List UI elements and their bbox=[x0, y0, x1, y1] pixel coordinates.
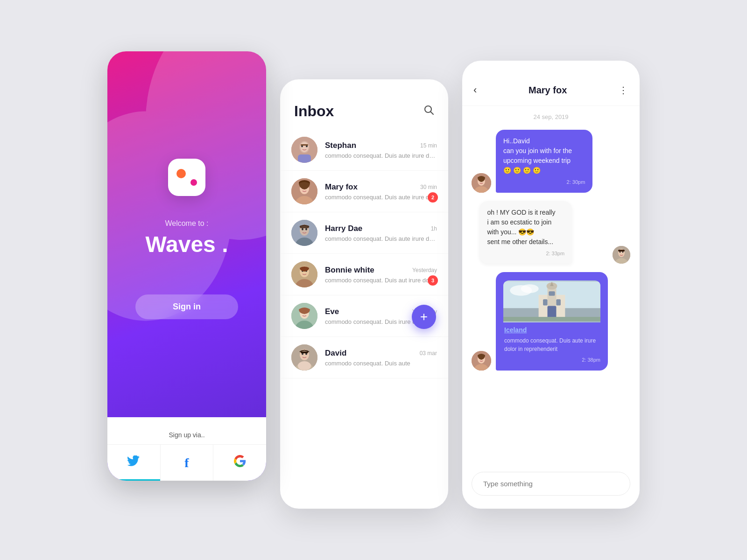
facebook-icon: f bbox=[184, 455, 189, 470]
inbox-preview-bonnie: commodo consequat. Duis aut irure dolor … bbox=[325, 277, 437, 284]
inbox-time-maryfox: 30 min bbox=[420, 184, 437, 190]
svg-point-21 bbox=[305, 228, 307, 231]
inbox-time-david: 03 mar bbox=[420, 350, 437, 357]
link-card-iceland: Iceland commodo consequat. Duis aute iru… bbox=[503, 280, 600, 353]
google-icon bbox=[234, 455, 246, 470]
link-image-iceland bbox=[503, 280, 600, 322]
inbox-item-harry[interactable]: Harry Dae 1h commodo consequat. Duis aut… bbox=[280, 212, 448, 254]
inbox-title: Inbox bbox=[294, 103, 334, 120]
inbox-preview-david: commodo consequat. Duis aute bbox=[325, 360, 437, 367]
inbox-name-david: David bbox=[325, 349, 346, 358]
avatar-stephan bbox=[291, 137, 317, 163]
msg-time-3: 2: 38pm bbox=[503, 356, 600, 364]
inbox-name-stephan: Stephan bbox=[325, 141, 356, 150]
svg-rect-38 bbox=[301, 351, 308, 353]
inbox-time-harry: 1h bbox=[431, 225, 437, 232]
app-name: Waves . bbox=[146, 231, 228, 257]
inbox-header: Inbox bbox=[280, 79, 448, 129]
chat-screen: ‹ Mary fox ⋮ 24 sep, 2019 bbox=[462, 61, 640, 509]
avatar-david bbox=[291, 344, 317, 371]
screens-container: Welcome to : Waves . Sign in Sign up via… bbox=[89, 23, 658, 537]
avatar-harry bbox=[291, 220, 317, 246]
twitter-button[interactable] bbox=[107, 445, 161, 481]
inbox-preview-stephan: commodo consequat. Duis aute irure dolor… bbox=[325, 152, 437, 159]
inbox-preview-harry: commodo consequat. Duis aute irure dolor… bbox=[325, 235, 437, 242]
dot-pink bbox=[190, 179, 197, 186]
svg-point-6 bbox=[300, 142, 309, 152]
inbox-name-eve: Eve bbox=[325, 307, 339, 316]
inbox-list: Stephan 15 min commodo consequat. Duis a… bbox=[280, 129, 448, 509]
signup-section: Sign up via.. f bbox=[107, 417, 266, 481]
signup-label: Sign up via.. bbox=[107, 427, 266, 439]
bubble-outgoing-1: oh ! MY GOD is it reallyi am so ecstatic… bbox=[479, 201, 608, 264]
avatar-eve bbox=[291, 303, 317, 329]
svg-line-3 bbox=[431, 112, 434, 114]
badge-bonnie: 3 bbox=[428, 275, 438, 286]
link-text-iceland: Iceland commodo consequat. Duis aute iru… bbox=[503, 322, 600, 353]
svg-rect-67 bbox=[549, 291, 555, 295]
avatar-bonnie bbox=[291, 261, 317, 287]
compose-button[interactable]: + bbox=[412, 305, 436, 329]
chat-title: Mary fox bbox=[529, 85, 567, 96]
bubble-text-incoming-1: Hi..Davidcan you join with for the upcom… bbox=[496, 130, 592, 193]
welcome-screen: Welcome to : Waves . Sign in Sign up via… bbox=[107, 51, 266, 481]
inbox-time-bonnie: Yesterday bbox=[412, 267, 437, 273]
svg-rect-65 bbox=[543, 299, 547, 305]
msg-row-outgoing-1: oh ! MY GOD is it reallyi am so ecstatic… bbox=[472, 201, 630, 264]
inbox-name-bonnie: Bonnie white bbox=[325, 266, 374, 275]
more-options-button[interactable]: ⋮ bbox=[619, 84, 628, 96]
back-button[interactable]: ‹ bbox=[473, 84, 477, 96]
signin-button[interactable]: Sign in bbox=[135, 294, 238, 319]
search-icon[interactable] bbox=[424, 105, 434, 118]
link-desc-iceland: commodo consequat. Duis aute irure dolor… bbox=[504, 336, 599, 353]
chat-messages: Hi..Davidcan you join with for the upcom… bbox=[462, 125, 640, 464]
badge-maryfox: 2 bbox=[428, 192, 438, 203]
logo-dots bbox=[176, 169, 197, 186]
inbox-item-eve[interactable]: Eve Yesterday commodo consequat. Duis ir… bbox=[280, 295, 448, 337]
chat-input-area bbox=[462, 464, 640, 509]
inbox-screen: Inbox bbox=[280, 79, 448, 509]
msg-row-incoming-1: Hi..Davidcan you join with for the upcom… bbox=[472, 130, 630, 193]
dot-orange bbox=[176, 169, 186, 178]
bubble-link-card: Iceland commodo consequat. Duis aute iru… bbox=[496, 272, 608, 371]
msg-time-1: 2: 30pm bbox=[503, 178, 585, 186]
app-logo bbox=[168, 159, 205, 196]
twitter-icon bbox=[127, 455, 140, 470]
inbox-name-harry: Harry Dae bbox=[325, 224, 362, 233]
inbox-info-harry: Harry Dae 1h commodo consequat. Duis aut… bbox=[325, 224, 437, 242]
svg-point-39 bbox=[298, 361, 311, 371]
inbox-info-maryfox: Mary fox 30 min commodo consequat. Duis … bbox=[325, 182, 437, 201]
msg-time-2: 2: 33pm bbox=[487, 250, 564, 258]
svg-rect-7 bbox=[298, 154, 311, 163]
chat-header: ‹ Mary fox ⋮ bbox=[462, 61, 640, 106]
inbox-time-stephan: 15 min bbox=[420, 142, 437, 149]
bubble-text-outgoing-1: oh ! MY GOD is it reallyi am so ecstatic… bbox=[479, 201, 572, 264]
svg-point-60 bbox=[521, 284, 539, 293]
inbox-item-david[interactable]: David 03 mar commodo consequat. Duis aut… bbox=[280, 337, 448, 378]
bubble-incoming-1: Hi..Davidcan you join with for the upcom… bbox=[496, 130, 630, 193]
msg-avatar-mary bbox=[472, 173, 491, 193]
inbox-item-bonnie[interactable]: Bonnie white Yesterday commodo consequat… bbox=[280, 254, 448, 295]
facebook-button[interactable]: f bbox=[161, 445, 214, 481]
svg-rect-66 bbox=[556, 299, 560, 305]
chat-date: 24 sep, 2019 bbox=[462, 106, 640, 125]
inbox-info-bonnie: Bonnie white Yesterday commodo consequat… bbox=[325, 266, 437, 284]
avatar-maryfox bbox=[291, 178, 317, 204]
google-button[interactable] bbox=[213, 445, 266, 481]
msg-row-incoming-2: Iceland commodo consequat. Duis aute iru… bbox=[472, 272, 630, 371]
bubble-incoming-2: Iceland commodo consequat. Duis aute iru… bbox=[496, 272, 608, 371]
msg-avatar-me bbox=[613, 246, 630, 264]
msg-avatar-mary-2 bbox=[472, 351, 491, 371]
inbox-preview-maryfox: commodo consequat. Duis aute irure dolor… bbox=[325, 194, 437, 201]
welcome-label: Welcome to : bbox=[165, 219, 208, 228]
inbox-info-stephan: Stephan 15 min commodo consequat. Duis a… bbox=[325, 141, 437, 159]
welcome-content: Welcome to : Waves . Sign in bbox=[107, 51, 266, 417]
link-title-iceland: Iceland bbox=[504, 325, 599, 335]
inbox-info-david: David 03 mar commodo consequat. Duis aut… bbox=[325, 349, 437, 367]
svg-point-20 bbox=[302, 228, 303, 231]
chat-input[interactable] bbox=[472, 472, 630, 496]
inbox-item-maryfox[interactable]: Mary fox 30 min commodo consequat. Duis … bbox=[280, 171, 448, 212]
social-buttons: f bbox=[107, 444, 266, 481]
inbox-item-stephan[interactable]: Stephan 15 min commodo consequat. Duis a… bbox=[280, 129, 448, 171]
svg-rect-69 bbox=[503, 317, 600, 321]
